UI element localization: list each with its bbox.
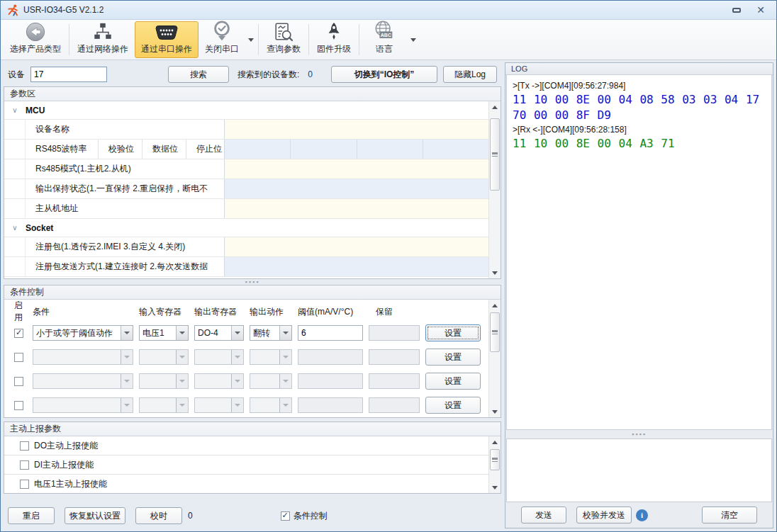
condition-scrollbar[interactable] [488, 300, 501, 417]
input-register-select[interactable] [139, 373, 189, 389]
scrollbar-track[interactable] [489, 311, 501, 406]
input-register-select[interactable] [139, 397, 189, 413]
output-register-select[interactable] [194, 349, 244, 365]
chevron-down-icon[interactable] [121, 350, 133, 364]
output-register-select[interactable]: DO-4 [194, 325, 244, 341]
chevron-down-icon[interactable] [176, 398, 188, 412]
toolbar-button-select-product[interactable]: 选择产品类型 [4, 21, 67, 58]
report-checkbox[interactable] [20, 441, 29, 451]
minimize-button[interactable] [732, 8, 741, 13]
toolbar-button-language[interactable]: ABC 语言 [361, 21, 408, 58]
toolbar-button-close-serial[interactable]: 关闭串口 [199, 21, 245, 58]
info-icon[interactable]: i [636, 509, 648, 521]
set-button[interactable]: 设置 [425, 324, 481, 341]
search-button[interactable]: 搜索 [168, 66, 229, 83]
chevron-down-icon[interactable] [279, 326, 291, 340]
scrollbar-thumb[interactable] [490, 449, 500, 470]
verify-send-button[interactable]: 校验并发送 [576, 506, 632, 523]
device-address-input[interactable] [30, 67, 107, 82]
param-value-cell[interactable] [357, 140, 423, 159]
toolbar-button-query-params[interactable]: 查询参数 [260, 21, 307, 58]
param-row[interactable]: RS485波特率 校验位 数据位 停止位 [4, 140, 488, 159]
scroll-up-icon[interactable] [489, 436, 501, 448]
collapse-arrow-icon[interactable]: ∨ [4, 224, 26, 232]
log-splitter[interactable]: ▪▪▪▪ [505, 430, 773, 438]
chevron-down-icon[interactable] [231, 326, 243, 340]
toolbar-button-serial-operate[interactable]: 通过串口操作 [135, 21, 199, 58]
param-value-cell[interactable] [225, 237, 488, 256]
enable-checkbox[interactable]: ✓ [14, 329, 23, 338]
chevron-down-icon[interactable] [176, 326, 188, 340]
chevron-down-icon[interactable] [279, 398, 291, 412]
param-row[interactable]: 注册包(1.透传云2.IMEI 3.自定义 4.关闭) [4, 237, 488, 257]
param-value-cell[interactable] [225, 159, 488, 179]
set-button[interactable]: 设置 [425, 349, 481, 366]
param-value-cell[interactable] [225, 199, 488, 218]
report-checkbox[interactable] [20, 480, 29, 489]
enable-checkbox[interactable] [14, 401, 23, 410]
chevron-down-icon[interactable] [121, 374, 133, 388]
condition-select[interactable]: 小于或等于阈值动作 [33, 325, 133, 341]
scrollbar-thumb[interactable] [490, 312, 500, 352]
set-button[interactable]: 设置 [425, 397, 481, 414]
scroll-down-icon[interactable] [489, 267, 501, 278]
output-action-select[interactable]: 翻转 [250, 325, 292, 341]
toolbar-button-network-operate[interactable]: 通过网络操作 [71, 21, 135, 58]
clear-log-button[interactable]: 清空 [702, 506, 757, 523]
scrollbar-thumb[interactable] [490, 118, 500, 191]
chevron-down-icon[interactable] [176, 350, 188, 364]
param-row[interactable]: Rs485模式(1.主机2.从机) [4, 159, 488, 179]
condition-select[interactable] [33, 349, 133, 365]
scroll-down-icon[interactable] [489, 406, 501, 417]
param-value-cell[interactable] [225, 179, 488, 198]
param-row[interactable]: 设备名称 [4, 120, 488, 140]
param-section-row[interactable]: ∨ Socket [4, 219, 488, 237]
scroll-up-icon[interactable] [489, 300, 501, 311]
send-button[interactable]: 发送 [521, 506, 566, 523]
condition-select[interactable] [33, 397, 133, 413]
scrollbar-track[interactable] [489, 113, 501, 267]
output-action-select[interactable] [250, 349, 292, 365]
enable-checkbox[interactable] [14, 377, 23, 386]
chevron-down-icon[interactable] [121, 326, 133, 340]
close-serial-dropdown[interactable] [245, 21, 257, 58]
condition-select[interactable] [33, 373, 133, 389]
restore-defaults-button[interactable]: 恢复默认设置 [65, 507, 125, 524]
param-value-cell[interactable] [225, 257, 488, 276]
param-section-row[interactable]: ∨ MCU [4, 101, 488, 120]
input-register-select[interactable]: 电压1 [139, 325, 189, 341]
param-value-cell[interactable] [291, 140, 357, 159]
collapse-arrow-icon[interactable]: ∨ [4, 106, 26, 114]
close-button[interactable]: ✕ [756, 5, 765, 15]
report-checkbox[interactable] [20, 460, 29, 470]
chevron-down-icon[interactable] [231, 374, 243, 388]
chevron-down-icon[interactable] [121, 398, 133, 412]
restart-button[interactable]: 重启 [8, 507, 55, 524]
toolbar-button-firmware-upgrade[interactable]: 固件升级 [311, 21, 357, 58]
hide-log-button[interactable]: 隐藏Log [443, 66, 497, 83]
scroll-down-icon[interactable] [489, 482, 501, 493]
chevron-down-icon[interactable] [231, 350, 243, 364]
chevron-down-icon[interactable] [279, 350, 291, 364]
enable-checkbox[interactable] [14, 353, 23, 362]
param-value-cell[interactable] [225, 120, 488, 139]
param-row[interactable]: 主从机地址 [4, 199, 488, 219]
report-scrollbar[interactable] [488, 436, 501, 493]
threshold-input[interactable] [298, 325, 363, 341]
set-button[interactable]: 设置 [425, 373, 481, 390]
chevron-down-icon[interactable] [176, 374, 188, 388]
horizontal-splitter[interactable]: ▪▪▪▪ [4, 279, 501, 285]
condition-control-checkbox[interactable]: ✓ [281, 511, 290, 521]
input-register-select[interactable] [139, 349, 189, 365]
param-row[interactable]: 输出保持状态(1.一直保持 2.重启保持，断电不 [4, 179, 488, 199]
switch-io-control-button[interactable]: 切换到“IO控制” [331, 66, 437, 83]
param-value-cell[interactable] [423, 140, 488, 159]
chevron-down-icon[interactable] [231, 398, 243, 412]
scroll-up-icon[interactable] [489, 101, 501, 113]
log-output-area[interactable]: >[Tx ->][COM4][09:56:27:984] 11 10 00 8E… [506, 75, 772, 430]
param-value-cell[interactable] [225, 140, 291, 159]
output-action-select[interactable] [250, 373, 292, 389]
send-input-area[interactable] [506, 438, 772, 502]
output-register-select[interactable] [194, 397, 244, 413]
params-scrollbar[interactable] [488, 101, 501, 278]
